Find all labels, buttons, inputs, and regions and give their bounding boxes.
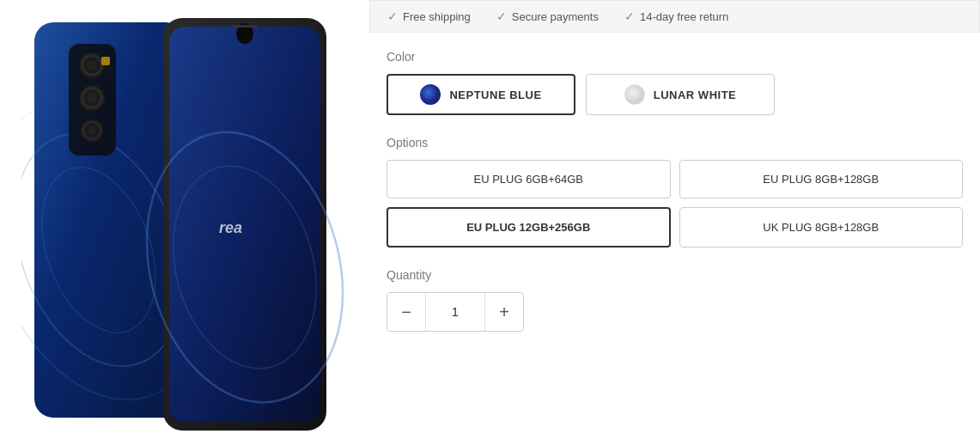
quantity-section: Quantity − 1 + — [369, 268, 980, 332]
color-section: Color NEPTUNE BLUE LUNAR WHITE — [369, 50, 980, 136]
quantity-value: 1 — [425, 293, 485, 331]
svg-point-7 — [87, 60, 97, 70]
neptune-blue-label: NEPTUNE BLUE — [449, 89, 541, 101]
option-eu-12-256-label: EU PLUG 12GB+256GB — [466, 221, 590, 234]
option-eu-6-64[interactable]: EU PLUG 6GB+64GB — [387, 160, 671, 199]
options-section: Options EU PLUG 6GB+64GB EU PLUG 8GB+128… — [369, 136, 980, 268]
color-label: Color — [387, 50, 963, 64]
color-options: NEPTUNE BLUE LUNAR WHITE — [387, 74, 963, 115]
check-icon-free: ✓ — [387, 9, 398, 23]
shipping-item-secure: ✓ Secure payments — [496, 9, 599, 23]
shipping-item-free: ✓ Free shipping — [387, 9, 471, 23]
svg-rect-14 — [101, 57, 110, 65]
svg-rect-22 — [232, 25, 258, 28]
neptune-blue-swatch — [420, 84, 441, 105]
option-eu-6-64-label: EU PLUG 6GB+64GB — [473, 173, 583, 186]
lunar-white-swatch — [624, 84, 645, 105]
shipping-bar: ✓ Free shipping ✓ Secure payments ✓ 14-d… — [369, 0, 980, 33]
quantity-control: − 1 + — [387, 292, 524, 332]
plus-icon: + — [499, 302, 509, 322]
svg-point-10 — [87, 93, 97, 103]
option-uk-8-128-label: UK PLUG 8GB+128GB — [763, 221, 879, 234]
option-eu-8-128-label: EU PLUG 8GB+128GB — [763, 173, 879, 186]
options-grid: EU PLUG 6GB+64GB EU PLUG 8GB+128GB EU PL… — [387, 160, 963, 248]
shipping-item-return: ✓ 14-day free return — [624, 9, 728, 23]
svg-rect-17 — [169, 27, 320, 422]
options-label: Options — [387, 136, 963, 150]
lunar-white-label: LUNAR WHITE — [654, 89, 737, 101]
option-eu-8-128[interactable]: EU PLUG 8GB+128GB — [679, 160, 964, 199]
product-image-section: rea — [0, 0, 369, 440]
shipping-free-label: Free shipping — [403, 10, 471, 23]
quantity-decrease-button[interactable]: − — [387, 293, 425, 331]
svg-point-13 — [88, 126, 96, 135]
product-details-section: ✓ Free shipping ✓ Secure payments ✓ 14-d… — [369, 0, 980, 440]
minus-icon: − — [401, 302, 411, 322]
quantity-increase-button[interactable]: + — [485, 293, 523, 331]
product-image: rea — [21, 9, 348, 431]
option-eu-12-256[interactable]: EU PLUG 12GB+256GB — [387, 207, 671, 248]
shipping-return-label: 14-day free return — [640, 10, 728, 23]
color-option-lunar-white[interactable]: LUNAR WHITE — [586, 74, 775, 115]
svg-text:rea: rea — [219, 219, 242, 236]
color-option-neptune-blue[interactable]: NEPTUNE BLUE — [387, 74, 575, 115]
check-icon-secure: ✓ — [496, 9, 507, 23]
shipping-secure-label: Secure payments — [512, 10, 599, 23]
option-uk-8-128[interactable]: UK PLUG 8GB+128GB — [679, 207, 964, 248]
quantity-label: Quantity — [387, 268, 963, 282]
check-icon-return: ✓ — [624, 9, 635, 23]
